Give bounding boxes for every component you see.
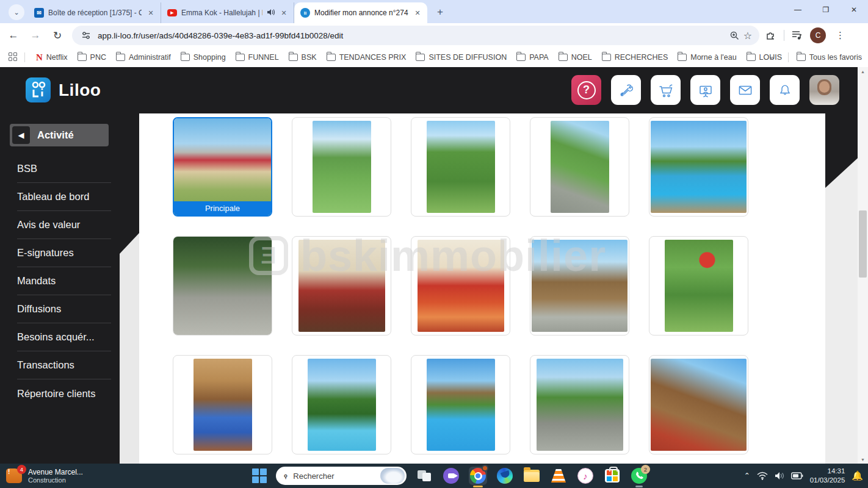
- mail-button[interactable]: [730, 75, 760, 105]
- liloo-logo[interactable]: Liloo: [26, 77, 101, 102]
- bookmark-folder[interactable]: RECHERCHES: [597, 51, 673, 64]
- photo-tile[interactable]: [649, 236, 748, 336]
- sidebar-item-bsb[interactable]: BSB: [17, 155, 111, 183]
- close-tab-icon[interactable]: ✕: [279, 8, 289, 18]
- bookmark-folder[interactable]: SITES DE DIFFUSION: [411, 51, 512, 64]
- apps-grid-icon[interactable]: [9, 52, 18, 62]
- tab-mail[interactable]: ✉ Boîte de réception [1/375] - Ca ✕: [28, 2, 161, 23]
- tab-search-button[interactable]: ⌄: [9, 4, 24, 20]
- chat-button[interactable]: [442, 467, 460, 485]
- bookmark-folder[interactable]: BSK: [284, 51, 322, 64]
- back-button[interactable]: ←: [5, 27, 22, 44]
- restore-button[interactable]: ❐: [812, 0, 840, 20]
- scroll-down-arrow[interactable]: ▼: [858, 455, 868, 464]
- new-tab-button[interactable]: +: [432, 4, 448, 20]
- bookmark-netflix[interactable]: NNetflix: [31, 50, 73, 65]
- file-explorer-button[interactable]: [523, 467, 541, 485]
- photo-tile[interactable]: [411, 117, 510, 217]
- photo-tile[interactable]: [292, 236, 391, 336]
- close-tab-icon[interactable]: ✕: [413, 8, 422, 18]
- sidebar-item-transactions[interactable]: Transactions: [17, 351, 111, 379]
- sidebar-item-repertoire-clients[interactable]: Répertoire clients: [17, 379, 111, 407]
- bookmark-folder[interactable]: Shopping: [176, 51, 231, 64]
- browser-menu-icon[interactable]: ⋮: [832, 30, 848, 41]
- scroll-up-arrow[interactable]: ▲: [858, 67, 868, 76]
- chrome-button[interactable]: [469, 467, 487, 485]
- bookmark-folder[interactable]: Morne à l'eau: [673, 51, 741, 64]
- bookmark-star-icon[interactable]: ☆: [741, 29, 754, 42]
- bookmark-folder[interactable]: NOEL: [554, 51, 597, 64]
- notification-center-bell-icon[interactable]: 🔔: [852, 470, 863, 481]
- sidebar-item-mandats[interactable]: Mandats: [17, 267, 111, 295]
- browser-profile-avatar[interactable]: C: [810, 27, 826, 43]
- bookmark-folder[interactable]: TENDANCES PRIX: [322, 51, 411, 64]
- store-button[interactable]: [603, 467, 621, 485]
- tab-liloo-active[interactable]: li Modifier mon annonce n°27479 ✕: [294, 2, 427, 23]
- zoom-icon[interactable]: [728, 29, 741, 42]
- scrollbar[interactable]: ▲ ▼: [858, 67, 868, 464]
- media-controls-icon[interactable]: [790, 29, 804, 42]
- microsoft-store-icon: [605, 469, 620, 483]
- vlc-button[interactable]: [549, 467, 568, 485]
- tab-audio-icon[interactable]: [267, 9, 275, 17]
- site-settings-icon[interactable]: [79, 29, 93, 42]
- sidebar-item-activite[interactable]: ◀ Activité: [10, 124, 109, 146]
- volume-icon[interactable]: [775, 472, 784, 480]
- whatsapp-button[interactable]: 2: [630, 467, 648, 485]
- photo-tile[interactable]: [411, 236, 510, 336]
- close-tab-icon[interactable]: ✕: [146, 8, 156, 18]
- photo-tile[interactable]: [530, 236, 629, 336]
- cart-button[interactable]: [651, 75, 681, 105]
- sidebar-item-besoins-acquereurs[interactable]: Besoins acquér...: [17, 323, 111, 351]
- photo-tile[interactable]: [292, 355, 391, 454]
- tools-button[interactable]: [611, 75, 641, 105]
- tray-chevron-icon[interactable]: ⌃: [744, 472, 750, 480]
- bookmark-folder[interactable]: PNC: [73, 51, 111, 64]
- photo-tile[interactable]: [292, 117, 391, 217]
- sidebar-item-e-signatures[interactable]: E-signatures: [17, 239, 111, 267]
- photo-tile[interactable]: [530, 117, 629, 217]
- sidebar-angled-edge: [120, 233, 139, 464]
- taskbar-notification[interactable]: 4 Avenue Marcel... Construction: [6, 468, 83, 484]
- whatsapp-badge: 2: [641, 465, 650, 474]
- task-view-button[interactable]: [415, 467, 433, 485]
- itunes-button[interactable]: ♪: [576, 467, 595, 485]
- reload-button[interactable]: ↻: [49, 27, 66, 44]
- presentation-button[interactable]: [690, 75, 720, 105]
- bookmark-folder[interactable]: PAPA: [512, 51, 554, 64]
- edge-button[interactable]: [496, 467, 514, 485]
- wifi-icon[interactable]: [757, 472, 768, 480]
- start-button[interactable]: [251, 468, 267, 484]
- extensions-icon[interactable]: [764, 29, 778, 42]
- bookmark-folder[interactable]: FUNNEL: [231, 51, 284, 64]
- photo-tile[interactable]: [530, 355, 629, 454]
- notifications-button[interactable]: [770, 75, 800, 105]
- photo-tile[interactable]: [649, 355, 748, 454]
- folder-icon: [747, 54, 756, 61]
- photo-tile[interactable]: [649, 117, 748, 217]
- photo-tile[interactable]: [173, 236, 272, 336]
- url-text[interactable]: app.li-loo.fr/user/ads/40d48286-039e-4e8…: [98, 31, 728, 40]
- bookmarks-overflow-chevron[interactable]: »: [765, 51, 779, 65]
- user-avatar[interactable]: [809, 75, 839, 105]
- close-window-button[interactable]: ✕: [840, 0, 868, 20]
- help-button[interactable]: ?: [571, 75, 601, 105]
- photo-tile[interactable]: [173, 355, 272, 454]
- sidebar-item-tableau-de-bord[interactable]: Tableau de bord: [17, 183, 111, 211]
- taskbar-clock[interactable]: 14:31 01/03/2025: [810, 467, 845, 485]
- sidebar-item-avis-de-valeur[interactable]: Avis de valeur: [17, 211, 111, 239]
- taskbar-search[interactable]: ⌕ Rechercher: [276, 467, 407, 485]
- all-bookmarks-folder[interactable]: Tous les favoris: [797, 53, 862, 62]
- scrollbar-thumb[interactable]: [859, 210, 867, 278]
- battery-icon[interactable]: [791, 472, 803, 479]
- minimize-button[interactable]: —: [784, 0, 812, 20]
- forward-button[interactable]: →: [27, 27, 44, 44]
- tab-youtube[interactable]: ▶ Emma Kok - Hallelujah | MA ✕: [161, 2, 294, 23]
- address-bar[interactable]: app.li-loo.fr/user/ads/40d48286-039e-4e8…: [72, 26, 759, 45]
- search-highlight-image[interactable]: [380, 468, 405, 484]
- sidebar-item-diffusions[interactable]: Diffusions: [17, 295, 111, 323]
- photo-tile-principal[interactable]: Principale: [173, 117, 272, 217]
- bookmark-folder[interactable]: Administratif: [111, 51, 176, 64]
- photo: [532, 240, 627, 332]
- photo-tile[interactable]: [411, 355, 510, 454]
